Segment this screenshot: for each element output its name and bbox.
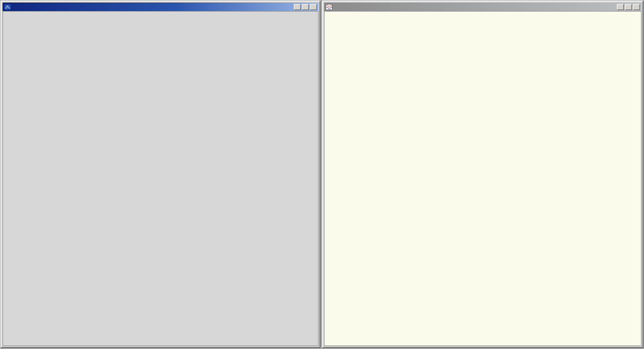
maximize-button[interactable]: [302, 4, 309, 10]
schematic-canvas[interactable]: [3, 11, 318, 346]
schematic-titlebar[interactable]: [3, 3, 318, 11]
schematic-drawing: [3, 12, 318, 346]
waveform-window-icon: [326, 4, 333, 10]
waveform-titlebar[interactable]: [324, 3, 641, 11]
minimize-button[interactable]: [294, 4, 301, 10]
close-button[interactable]: [633, 4, 640, 10]
waveform-canvas[interactable]: [324, 11, 641, 346]
ltspice-workspace: [0, 0, 644, 349]
schematic-window-icon: [4, 4, 11, 10]
waveform-plots: [325, 12, 641, 346]
schematic-window-controls: [294, 4, 317, 10]
waveform-window-controls: [617, 4, 640, 10]
waveform-window: [322, 1, 643, 348]
close-button[interactable]: [310, 4, 317, 10]
schematic-window: [1, 1, 320, 348]
minimize-button[interactable]: [617, 4, 624, 10]
maximize-button[interactable]: [625, 4, 632, 10]
